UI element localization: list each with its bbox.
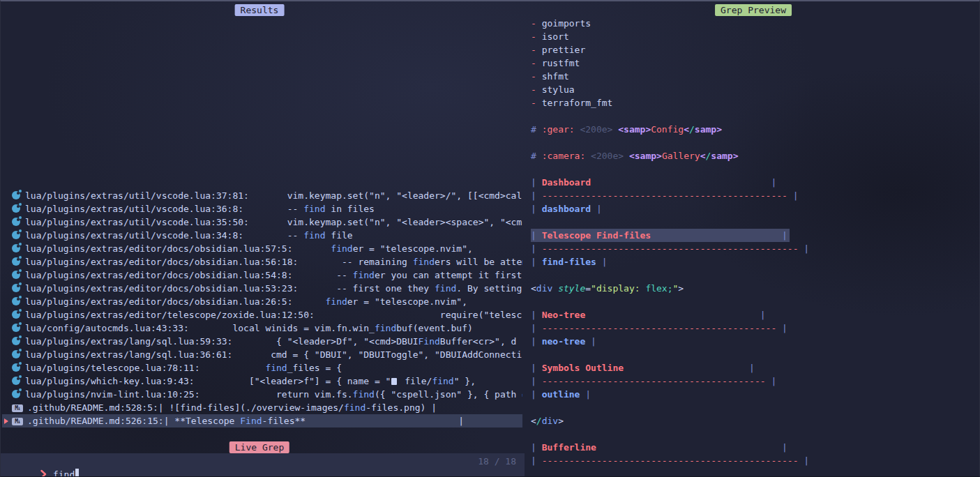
- file-path: lua/plugins/extras/editor/telescope/zoxi…: [25, 310, 315, 320]
- result-row[interactable]: lua/plugins/telescope.lua:78:11: find_fi…: [2, 361, 522, 374]
- text-segment: |: [531, 389, 542, 400]
- text-segment: ({ "cspell.json" }, { path =: [375, 389, 522, 400]
- text-segment: :gear:: [542, 124, 580, 135]
- preview-line: [531, 427, 980, 441]
- text-segment: er = "telescope.nvim",: [347, 296, 467, 307]
- text-segment: rustfmt: [542, 58, 580, 68]
- text-segment: #: [531, 124, 542, 135]
- preview-line: [531, 162, 980, 176]
- text-segment: "display:: [591, 283, 645, 294]
- prompt-chevron-icon: [40, 469, 47, 477]
- result-row[interactable]: lua/plugins/nvim-lint.lua:10:25: return …: [2, 388, 522, 401]
- text-segment: |: [787, 190, 799, 201]
- text-segment: | ![find-files](./overview-images/: [158, 402, 344, 413]
- text-segment: |: [591, 336, 596, 347]
- preview-pane-title: Grep Preview: [715, 4, 792, 16]
- file-path: lua/plugins/extras/editor/docs/obsidian.…: [25, 283, 298, 294]
- caret-spacer: [2, 215, 12, 229]
- preview-line: - prettier: [531, 43, 980, 56]
- caret-spacer: [2, 189, 12, 202]
- text-segment: flex;: [645, 283, 672, 294]
- text-segment: |: [531, 230, 542, 241]
- text-segment: <: [531, 416, 536, 426]
- text-segment: [591, 204, 596, 214]
- result-row[interactable]: lua/plugins/extras/util/vscode.lua:37:81…: [2, 189, 522, 202]
- text-segment: [624, 363, 749, 373]
- caret-spacer: [2, 374, 12, 388]
- text-segment: find: [375, 323, 396, 333]
- preview-line: | Dashboard |: [531, 176, 980, 189]
- result-row[interactable]: lua/plugins/extras/editor/telescope/zoxi…: [2, 308, 522, 321]
- preview-line: </div>: [531, 414, 980, 427]
- text-segment: Symbols Outline: [542, 363, 624, 373]
- text-segment: |: [799, 243, 810, 254]
- text-segment: |: [749, 363, 755, 373]
- text-segment: ----------------------------------------…: [542, 455, 799, 466]
- text-segment: div: [536, 283, 552, 294]
- text-segment: <: [684, 124, 689, 135]
- text-segment: find: [344, 402, 365, 413]
- result-row[interactable]: lua/plugins/which-key.lua:9:43: ["<leade…: [2, 374, 522, 388]
- caret-spacer: [2, 295, 12, 308]
- preview-line: - stylua: [531, 83, 980, 96]
- text-segment: -files**: [262, 416, 306, 426]
- preview-line: | find-files |: [531, 255, 980, 268]
- file-path: lua/plugins/extras/lang/sql.lua:59:33:: [25, 336, 232, 347]
- text-segment: prettier: [542, 45, 586, 55]
- text-segment: -: [531, 71, 542, 82]
- result-row[interactable]: lua/plugins/extras/util/vscode.lua:35:50…: [2, 215, 522, 229]
- lua-file-icon: [12, 231, 20, 239]
- result-row[interactable]: lua/plugins/extras/util/vscode.lua:34:8:…: [2, 229, 522, 242]
- preview-line: # :gear: <200e> <samp>Config</samp>: [531, 123, 980, 136]
- preview-line: | Symbols Outline |: [531, 361, 980, 374]
- result-row[interactable]: M↓.github/README.md:526:15:| **Telescope…: [2, 414, 522, 427]
- result-row[interactable]: lua/plugins/extras/editor/docs/obsidian.…: [2, 268, 522, 282]
- lua-file-icon: [12, 377, 20, 385]
- text-segment: <200e>: [580, 124, 618, 135]
- result-row[interactable]: lua/plugins/extras/editor/docs/obsidian.…: [2, 282, 522, 295]
- text-segment: |: [531, 323, 542, 333]
- lua-file-icon: [12, 271, 20, 279]
- caret-spacer: [2, 242, 12, 255]
- text-segment: samp>: [695, 124, 722, 135]
- text-segment: buf(event.buf): [396, 323, 473, 333]
- text-segment: shfmt: [542, 71, 569, 82]
- preview-line: - terraform_fmt: [531, 96, 980, 109]
- text-segment: -: [531, 31, 542, 42]
- text-segment: neo-tree: [542, 336, 586, 347]
- caret-spacer: [2, 229, 12, 242]
- preview-line: | --------------------------------------…: [531, 321, 980, 335]
- prompt-window[interactable]: find 18 / 18: [1, 453, 525, 477]
- result-row[interactable]: lua/plugins/extras/util/vscode.lua:36:8:…: [2, 202, 522, 215]
- caret-spacer: [2, 335, 12, 348]
- preview-line: [531, 109, 980, 123]
- result-row[interactable]: lua/plugins/extras/editor/docs/obsidian.…: [2, 295, 522, 308]
- preview-line: [531, 295, 980, 308]
- text-segment: terraform_fmt: [542, 98, 613, 108]
- text-segment: |: [799, 455, 810, 466]
- text-segment: | **Telescope: [164, 416, 241, 426]
- caret-spacer: [2, 268, 12, 282]
- text-segment: |: [771, 177, 776, 188]
- search-query: find: [53, 469, 75, 477]
- result-row[interactable]: lua/config/autocmds.lua:43:33: local win…: [2, 321, 522, 335]
- result-row[interactable]: lua/plugins/extras/lang/sql.lua:36:61: c…: [2, 348, 522, 361]
- result-row[interactable]: M↓.github/README.md:528:5:| ![find-files…: [2, 401, 522, 414]
- text-segment: find-files: [542, 257, 596, 267]
- text-segment: [596, 257, 602, 267]
- file-icon: [391, 378, 397, 385]
- result-row[interactable]: lua/plugins/extras/editor/docs/obsidian.…: [2, 242, 522, 255]
- preview-line: <div style="display: flex;">: [531, 282, 980, 295]
- text-segment: Neo-tree: [542, 310, 586, 320]
- text-segment: _files = {: [287, 363, 342, 373]
- text-segment: Telescope Find-files: [542, 230, 651, 241]
- markdown-file-icon: M↓: [12, 404, 23, 412]
- lua-file-icon: [12, 324, 20, 332]
- preview-line: - isort: [531, 30, 980, 43]
- text-segment: |: [531, 243, 542, 254]
- result-row[interactable]: lua/plugins/extras/editor/docs/obsidian.…: [2, 255, 522, 268]
- text-segment: file: [325, 230, 352, 241]
- search-input[interactable]: find: [8, 455, 79, 468]
- result-row[interactable]: lua/plugins/extras/lang/sql.lua:59:33: {…: [2, 335, 522, 348]
- text-segment: find: [325, 296, 347, 307]
